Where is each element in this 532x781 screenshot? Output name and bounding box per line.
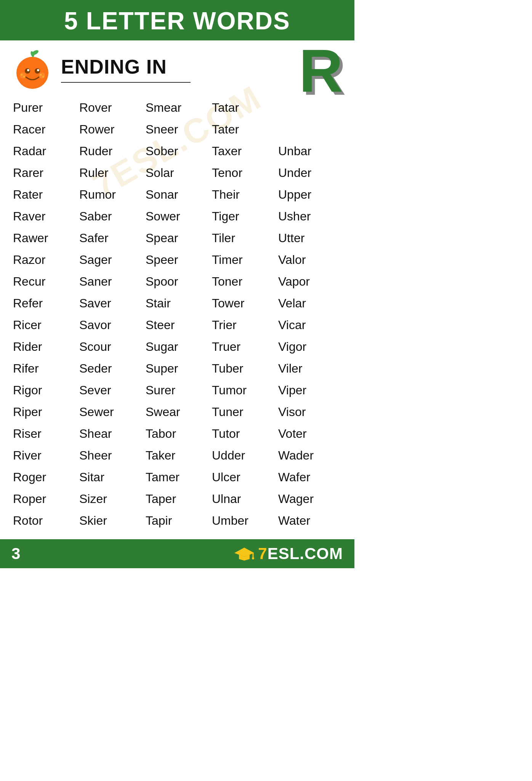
word-cell: Rider [11, 336, 78, 358]
svg-point-8 [39, 72, 45, 79]
word-cell: Stair [144, 292, 210, 314]
orange-icon [11, 48, 53, 90]
word-cell: Refer [11, 292, 78, 314]
word-cell: Smear [144, 97, 210, 119]
word-cell: Usher [277, 206, 343, 227]
word-cell: Taker [144, 445, 210, 466]
word-cell: Tabor [144, 423, 210, 445]
word-cell: Surer [144, 379, 210, 401]
word-cell: Ruler [78, 162, 144, 184]
word-cell: Spear [144, 227, 210, 249]
word-cell: Sober [144, 140, 210, 162]
word-cell: Sitar [78, 466, 144, 488]
word-cell: Tuner [210, 401, 277, 423]
word-cell: Ulcer [210, 466, 277, 488]
word-cell: Visor [277, 401, 343, 423]
word-cell: Tapir [144, 510, 210, 532]
word-cell: Umber [210, 510, 277, 532]
word-cell: Valor [277, 249, 343, 271]
word-cell: Rower [78, 119, 144, 140]
word-cell: Their [210, 184, 277, 206]
word-cell: Saber [78, 206, 144, 227]
word-cell: Sneer [144, 119, 210, 140]
word-cell: Spoor [144, 271, 210, 292]
word-cell: Steer [144, 314, 210, 336]
svg-point-5 [27, 69, 29, 71]
word-cell: Razor [11, 249, 78, 271]
word-cell: Unbar [277, 140, 343, 162]
word-cell: Tenor [210, 162, 277, 184]
word-cell: Ruder [78, 140, 144, 162]
word-cell: Velar [277, 292, 343, 314]
logo-hat-icon [234, 546, 254, 561]
word-cell: Sugar [144, 336, 210, 358]
word-cell: Solar [144, 162, 210, 184]
word-cell: Sewer [78, 401, 144, 423]
word-cell: Rarer [11, 162, 78, 184]
word-cell: Radar [11, 140, 78, 162]
word-cell: Skier [78, 510, 144, 532]
word-cell: Taxer [210, 140, 277, 162]
word-cell: Rotor [11, 510, 78, 532]
word-cell: Upper [277, 184, 343, 206]
word-cell: Swear [144, 401, 210, 423]
divider-line [61, 82, 191, 83]
page-title: 5 LETTER WORDS [11, 7, 343, 35]
word-cell: Tiler [210, 227, 277, 249]
word-cell: Under [277, 162, 343, 184]
word-cell: Tamer [144, 466, 210, 488]
logo: 7ESL.COM [234, 545, 343, 563]
word-cell: Tumor [210, 379, 277, 401]
word-cell: Truer [210, 336, 277, 358]
word-cell: Safer [78, 227, 144, 249]
word-cell: Toner [210, 271, 277, 292]
word-cell: Seder [78, 358, 144, 379]
word-cell: Utter [277, 227, 343, 249]
word-cell: Vapor [277, 271, 343, 292]
word-cell: Rigor [11, 379, 78, 401]
word-cell: Racer [11, 119, 78, 140]
word-cell: Scour [78, 336, 144, 358]
word-cell: Sonar [144, 184, 210, 206]
word-cell: Rifer [11, 358, 78, 379]
logo-accent: 7 [258, 545, 267, 562]
word-cell: Water [277, 510, 343, 532]
svg-point-6 [37, 69, 39, 71]
logo-text: 7ESL.COM [258, 545, 343, 563]
word-cell: Ulnar [210, 488, 277, 510]
svg-point-2 [16, 57, 48, 89]
word-cell: Sager [78, 249, 144, 271]
word-cell: Savor [78, 314, 144, 336]
svg-point-12 [42, 76, 44, 78]
word-cell: Tutor [210, 423, 277, 445]
word-cell: Tower [210, 292, 277, 314]
word-cell: Rater [11, 184, 78, 206]
word-cell: Udder [210, 445, 277, 466]
word-cell: Vigor [277, 336, 343, 358]
word-cell: Recur [11, 271, 78, 292]
word-cell: Roger [11, 466, 78, 488]
word-cell: Riper [11, 401, 78, 423]
word-cell: Rawer [11, 227, 78, 249]
word-cell: Tiger [210, 206, 277, 227]
word-cell: Wager [277, 488, 343, 510]
word-grid: PurerRoverSmearTatar.RacerRowerSneerTate… [0, 90, 354, 539]
word-cell: . [277, 97, 343, 119]
word-cell: Saner [78, 271, 144, 292]
word-cell: Shear [78, 423, 144, 445]
word-cell: Trier [210, 314, 277, 336]
word-cell: Rover [78, 97, 144, 119]
word-cell: Sheer [78, 445, 144, 466]
word-cell: . [277, 119, 343, 140]
word-cell: Tater [210, 119, 277, 140]
word-cell: Viper [277, 379, 343, 401]
word-cell: Ricer [11, 314, 78, 336]
word-cell: Raver [11, 206, 78, 227]
word-cell: Tatar [210, 97, 277, 119]
svg-point-7 [20, 72, 26, 79]
word-cell: Viler [277, 358, 343, 379]
word-cell: Roper [11, 488, 78, 510]
word-cell: Voter [277, 423, 343, 445]
word-cell: Tuber [210, 358, 277, 379]
svg-point-16 [252, 557, 254, 559]
